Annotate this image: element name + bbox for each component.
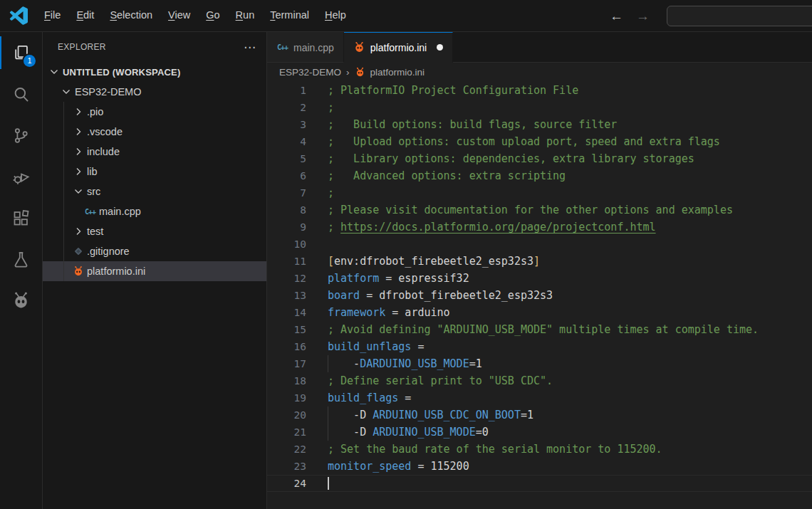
menu-run[interactable]: Run (228, 0, 263, 31)
code-line-18[interactable]: 18; Define serial print to "USB CDC". (267, 372, 812, 389)
line-number[interactable]: 20 (267, 406, 306, 424)
tree-item-untitled-workspace[interactable]: UNTITLED (WORKSPACE) (43, 62, 266, 82)
menu-file[interactable]: File (36, 0, 68, 31)
code-line-11[interactable]: 11[env:dfrobot_firebeetle2_esp32s3] (267, 253, 812, 270)
line-number[interactable]: 22 (267, 441, 306, 458)
line-number[interactable]: 4 (267, 133, 306, 150)
navigate-forward-icon[interactable]: → (636, 9, 650, 24)
line-number[interactable]: 13 (267, 287, 306, 304)
menu-help[interactable]: Help (317, 0, 354, 31)
line-number[interactable]: 16 (267, 338, 306, 355)
line-number[interactable]: 11 (267, 253, 306, 270)
line-number[interactable]: 6 (267, 167, 306, 184)
text-cursor (328, 477, 329, 490)
activity-testing-icon[interactable] (0, 238, 42, 280)
chevron-down-icon (59, 85, 73, 98)
line-number[interactable]: 12 (267, 270, 306, 287)
tree-item-vscode[interactable]: .vscode (43, 122, 266, 142)
line-number[interactable]: 10 (267, 236, 306, 253)
code-editor[interactable]: 1; PlatformIO Project Configuration File… (267, 82, 812, 509)
tree-item-lib[interactable]: lib (43, 162, 266, 182)
tree-item-platformio-ini[interactable]: platformio.ini (43, 261, 266, 281)
code-line-5[interactable]: 5; Library options: dependencies, extra … (267, 150, 812, 167)
line-number[interactable]: 3 (267, 116, 306, 133)
breadcrumb-folder[interactable]: ESP32-DEMO (279, 67, 341, 78)
tree-item-pio[interactable]: .pio (43, 102, 266, 122)
code-line-7[interactable]: 7; (267, 184, 812, 201)
code-line-10[interactable]: 10 (267, 236, 812, 253)
activity-search-icon[interactable] (0, 73, 42, 115)
tab-bar: C++main.cppplatformio.ini (267, 32, 812, 63)
modified-dot-icon[interactable] (437, 44, 443, 51)
gitignore-file-icon (71, 245, 85, 258)
explorer-title: EXPLORER (58, 42, 106, 52)
code-line-13[interactable]: 13board = dfrobot_firebeetle2_esp32s3 (267, 287, 812, 304)
tree-item-esp32-demo[interactable]: ESP32-DEMO (43, 82, 266, 102)
activity-source-control-icon[interactable] (0, 115, 42, 156)
tree-item-test[interactable]: test (43, 221, 266, 241)
code-line-8[interactable]: 8; Please visit documentation for the ot… (267, 201, 812, 219)
tree-item-src[interactable]: src (43, 182, 266, 201)
explorer-more-actions-icon[interactable]: ⋯ (244, 40, 256, 55)
code-line-12[interactable]: 12platform = espressif32 (267, 270, 812, 287)
line-number[interactable]: 2 (267, 99, 306, 116)
code-line-16[interactable]: 16build_unflags = (267, 338, 812, 355)
code-line-1[interactable]: 1; PlatformIO Project Configuration File (267, 82, 812, 99)
code-line-6[interactable]: 6; Advanced options: extra scripting (267, 167, 812, 184)
editor-group: C++main.cppplatformio.ini ESP32-DEMO › p… (267, 32, 812, 509)
code-line-15[interactable]: 15; Avoid defining "ARDUINO_USB_MODE" mu… (267, 321, 812, 338)
menu-go[interactable]: Go (198, 0, 227, 31)
line-number[interactable]: 17 (267, 355, 306, 372)
code-line-24[interactable]: 24 (267, 475, 812, 492)
explorer-badge: 1 (24, 55, 36, 67)
tree-item-label: UNTITLED (WORKSPACE) (63, 67, 181, 78)
activity-explorer-icon[interactable]: 1 (0, 32, 42, 73)
line-number[interactable]: 9 (267, 219, 306, 236)
line-number[interactable]: 21 (267, 424, 306, 441)
tab-platformio-ini[interactable]: platformio.ini (344, 32, 453, 63)
tab-main-cpp[interactable]: C++main.cpp (267, 32, 344, 63)
chevron-down-icon (47, 65, 61, 78)
breadcrumb-file[interactable]: platformio.ini (370, 67, 425, 78)
line-number[interactable]: 15 (267, 321, 306, 338)
menu-view[interactable]: View (160, 0, 198, 31)
line-number[interactable]: 14 (267, 304, 306, 321)
line-number[interactable]: 19 (267, 389, 306, 406)
line-number[interactable]: 5 (267, 150, 306, 167)
tree-item-label: ESP32-DEMO (75, 86, 141, 98)
tree-item-main-cpp[interactable]: C++main.cpp (43, 201, 266, 221)
tree-indent-guide (63, 122, 64, 142)
code-line-14[interactable]: 14framework = arduino (267, 304, 812, 321)
line-number[interactable]: 23 (267, 458, 306, 475)
indent-guide (328, 355, 328, 372)
line-number[interactable]: 18 (267, 372, 306, 389)
line-number[interactable]: 8 (267, 201, 306, 219)
line-number[interactable]: 24 (267, 475, 306, 492)
code-line-9[interactable]: 9; https://docs.platformio.org/page/proj… (267, 219, 812, 236)
menu-edit[interactable]: Edit (68, 0, 102, 31)
line-number[interactable]: 1 (267, 82, 306, 99)
code-line-3[interactable]: 3; Build options: build flags, source fi… (267, 116, 812, 133)
tree-item-gitignore[interactable]: .gitignore (43, 241, 266, 261)
code-line-19[interactable]: 19build_flags = (267, 389, 812, 406)
chevron-right-icon (71, 225, 85, 238)
code-line-2[interactable]: 2; (267, 99, 812, 116)
menu-bar: FileEditSelectionViewGoRunTerminalHelp (36, 0, 354, 31)
code-line-17[interactable]: 17 -DARDUINO_USB_MODE=1 (267, 355, 812, 372)
code-line-22[interactable]: 22; Set the baud rate of the serial moni… (267, 441, 812, 458)
menu-selection[interactable]: Selection (102, 0, 160, 31)
code-line-4[interactable]: 4; Upload options: custom upload port, s… (267, 133, 812, 150)
command-center-search[interactable] (667, 6, 812, 26)
platformio-file-icon (353, 41, 365, 53)
navigate-back-icon[interactable]: ← (610, 9, 623, 24)
activity-extensions-icon[interactable] (0, 197, 42, 238)
code-line-20[interactable]: 20 -D ARDUINO_USB_CDC_ON_BOOT=1 (267, 406, 812, 424)
tree-item-include[interactable]: include (43, 142, 266, 162)
vscode-logo-icon (9, 6, 28, 25)
activity-platformio-icon[interactable] (0, 280, 42, 321)
code-line-23[interactable]: 23monitor_speed = 115200 (267, 458, 812, 475)
menu-terminal[interactable]: Terminal (262, 0, 317, 31)
code-line-21[interactable]: 21 -D ARDUINO_USB_MODE=0 (267, 424, 812, 441)
activity-run-and-debug-icon[interactable] (0, 156, 42, 197)
line-number[interactable]: 7 (267, 184, 306, 201)
